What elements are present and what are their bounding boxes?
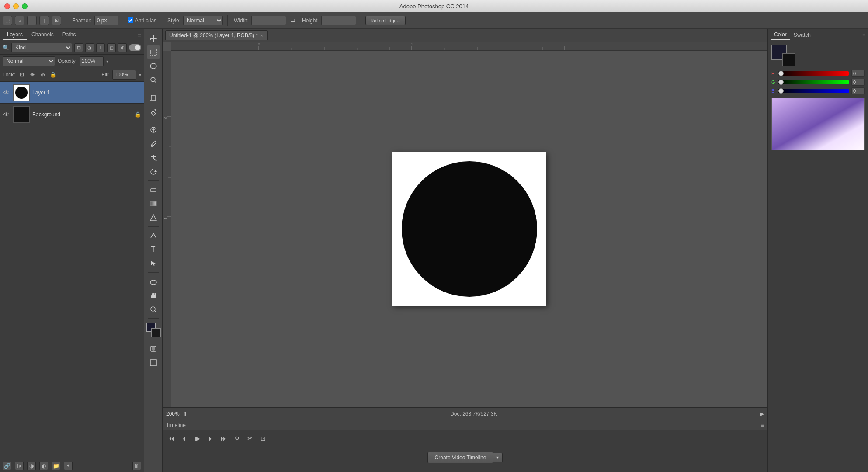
tool-extra-icon[interactable]: ⊡ <box>52 16 61 25</box>
zoom-tool[interactable] <box>147 303 160 316</box>
brush-tool[interactable] <box>147 137 160 150</box>
lock-position-icon[interactable]: ✥ <box>28 71 36 79</box>
anti-alias-checkbox[interactable] <box>128 17 133 23</box>
width-input[interactable] <box>251 16 286 25</box>
doc-tab-main[interactable]: Untitled-1 @ 200% (Layer 1, RGB/8) * × <box>165 30 268 40</box>
link-layers-button[interactable]: 🔗 <box>3 462 11 470</box>
tab-paths[interactable]: Paths <box>58 30 80 40</box>
hand-tool[interactable] <box>147 289 160 302</box>
fill-input[interactable] <box>112 70 136 80</box>
layer-item-background[interactable]: 👁 Background 🔒 <box>0 104 144 125</box>
color-sliders: R G B <box>771 70 865 94</box>
gradient-tool[interactable] <box>147 197 160 210</box>
lock-pixels-icon[interactable]: ⊡ <box>18 71 26 79</box>
layer-style-button[interactable]: fx <box>15 462 24 470</box>
timeline-cut-button[interactable]: ✂ <box>245 433 255 444</box>
feather-input[interactable] <box>94 16 118 25</box>
lock-move-icon[interactable]: ⊕ <box>39 71 47 79</box>
lock-all-icon[interactable]: 🔒 <box>49 71 57 79</box>
right-panel-options-button[interactable]: ≡ <box>862 32 865 38</box>
marquee-ellipse-icon[interactable]: ○ <box>15 16 24 25</box>
timeline-split-button[interactable]: ⊡ <box>258 433 268 444</box>
maximize-button[interactable] <box>22 3 28 9</box>
timeline-go-end-button[interactable]: ⏭ <box>219 433 229 444</box>
shape-tool[interactable] <box>147 275 160 288</box>
blur-tool[interactable] <box>147 211 160 224</box>
b-value[interactable] <box>851 87 865 94</box>
blend-mode-select[interactable]: Normal Dissolve Multiply Screen <box>3 56 55 66</box>
layer1-visibility-icon[interactable]: 👁 <box>3 89 10 97</box>
crop-tool[interactable] <box>147 91 160 104</box>
text-tool[interactable]: T <box>147 243 160 256</box>
tab-color[interactable]: Color <box>771 30 790 40</box>
minimize-button[interactable] <box>13 3 19 9</box>
r-slider[interactable] <box>778 71 849 76</box>
timeline-play-button[interactable]: ▶ <box>192 433 203 444</box>
create-video-dropdown-button[interactable]: ▾ <box>493 453 503 462</box>
refine-edge-button[interactable]: Refine Edge... <box>365 16 406 25</box>
tab-channels[interactable]: Channels <box>27 30 58 40</box>
adjust-filter-icon[interactable]: ◑ <box>85 43 94 52</box>
type-filter-icon[interactable]: T <box>96 43 105 52</box>
filter-kind-select[interactable]: Kind <box>11 43 72 52</box>
bg-swatch[interactable] <box>782 53 795 66</box>
filter-toggle[interactable] <box>129 44 141 51</box>
eraser-tool[interactable] <box>147 183 160 196</box>
quick-select-tool[interactable] <box>147 73 160 87</box>
svg-line-4 <box>155 81 156 83</box>
quick-mask-tool[interactable] <box>147 342 160 355</box>
panel-options-button[interactable]: ≡ <box>138 31 141 38</box>
timeline-next-frame-button[interactable]: ⏵ <box>205 433 216 444</box>
group-button[interactable]: 📁 <box>52 462 60 470</box>
background-visibility-icon[interactable]: 👁 <box>3 111 10 118</box>
pen-tool[interactable] <box>147 229 160 242</box>
timeline-options-button[interactable]: ≡ <box>761 422 764 428</box>
marquee-col-icon[interactable]: | <box>39 16 49 25</box>
doc-tab-close-button[interactable]: × <box>260 33 263 38</box>
lock-row: Lock: ⊡ ✥ ⊕ 🔒 Fill: ▾ <box>0 68 144 82</box>
close-button[interactable] <box>4 3 10 9</box>
delete-layer-button[interactable]: 🗑 <box>132 462 141 470</box>
export-icon[interactable]: ⬆ <box>183 411 187 417</box>
marquee-rect-icon[interactable]: ⬚ <box>3 16 12 25</box>
pixel-filter-icon[interactable]: ⊡ <box>74 43 83 52</box>
new-layer-button[interactable]: + <box>64 462 73 470</box>
clone-stamp-tool[interactable] <box>147 151 160 164</box>
move-tool[interactable] <box>147 31 160 45</box>
opacity-dropdown-icon[interactable]: ▾ <box>106 59 108 64</box>
path-select-tool[interactable] <box>147 257 160 270</box>
g-slider[interactable] <box>778 80 849 84</box>
history-brush-tool[interactable] <box>147 165 160 178</box>
background-thumbnail <box>13 106 30 123</box>
layer-item-layer1[interactable]: 👁 Layer 1 <box>0 82 144 104</box>
color-spectrum[interactable] <box>771 98 865 150</box>
opacity-input[interactable] <box>80 56 104 66</box>
swap-icon[interactable]: ⇄ <box>291 17 296 24</box>
g-value[interactable] <box>851 79 865 86</box>
r-value[interactable] <box>851 70 865 77</box>
height-input[interactable] <box>321 16 356 25</box>
screen-mode-tool[interactable] <box>147 356 160 369</box>
tab-swatch[interactable]: Swatch <box>790 30 814 40</box>
tab-layers[interactable]: Layers <box>3 30 27 40</box>
eyedropper-tool[interactable] <box>147 105 160 118</box>
create-video-timeline-button[interactable]: Create Video Timeline <box>427 452 494 463</box>
fill-dropdown-icon[interactable]: ▾ <box>139 73 141 77</box>
timeline-settings-button[interactable]: ⚙ <box>232 433 242 444</box>
lasso-tool[interactable] <box>147 59 160 73</box>
background-color[interactable] <box>151 328 161 337</box>
timeline-prev-frame-button[interactable]: ⏴ <box>179 433 190 444</box>
mask-button[interactable]: ◑ <box>27 462 36 470</box>
style-select[interactable]: Normal Fixed Ratio Fixed Size <box>183 16 223 25</box>
anti-alias-row: Anti-alias <box>128 17 156 24</box>
shape-filter-icon[interactable]: ◻ <box>107 43 116 52</box>
b-slider[interactable] <box>778 89 849 93</box>
marquee-rect-tool[interactable] <box>147 45 160 59</box>
adjustment-button[interactable]: ◐ <box>39 462 48 470</box>
canvas-scroll-area[interactable] <box>171 51 767 407</box>
marquee-row-icon[interactable]: — <box>27 16 37 25</box>
healing-brush-tool[interactable] <box>147 123 160 136</box>
smart-filter-icon[interactable]: ⊕ <box>118 43 127 52</box>
timeline-go-start-button[interactable]: ⏮ <box>166 433 177 444</box>
more-info-button[interactable]: ▶ <box>760 411 764 417</box>
